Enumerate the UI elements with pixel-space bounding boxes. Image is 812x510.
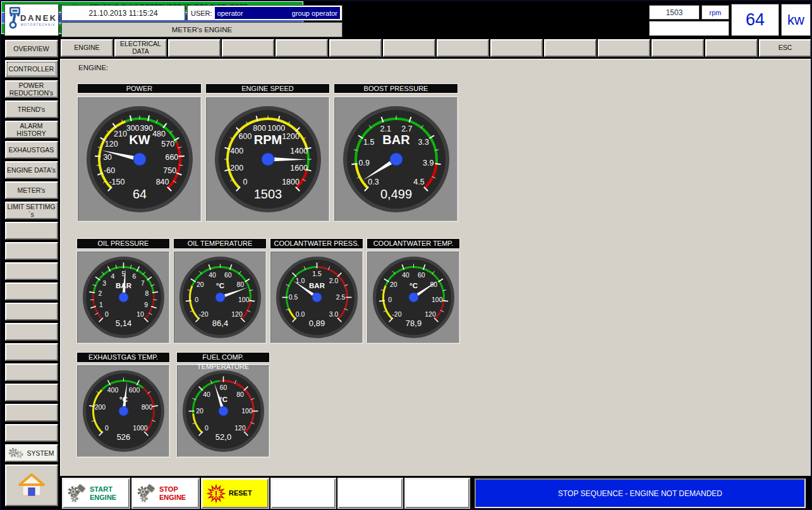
svg-text:40: 40 [203, 391, 210, 398]
svg-text:RPM: RPM [253, 133, 281, 147]
svg-text:2.5: 2.5 [336, 293, 345, 301]
rpm-unit-label: rpm [701, 5, 729, 20]
gauge-oil-temperature: OIL TEMPERATURE-20020406080100120°C86,4 [173, 238, 267, 344]
engine-gears-icon [136, 483, 157, 504]
svg-text:1.5: 1.5 [312, 270, 322, 277]
svg-text:BAR: BAR [309, 282, 325, 289]
sidebar-item-empty [5, 242, 58, 260]
piston-logo-icon: DANEK MOTORTECHNIK [7, 6, 56, 35]
gauge-engine-speed: ENGINE SPEED0200400600800100012001400160… [205, 83, 330, 222]
tab-empty [383, 39, 435, 57]
sidebar-item-label: LIMIT SETTIMG´s [6, 203, 57, 218]
sidebar-item-trend-s[interactable]: TREND's [5, 100, 58, 118]
user-group: group operator [292, 9, 337, 17]
svg-text:7: 7 [140, 279, 144, 287]
svg-text:0,89: 0,89 [308, 319, 324, 328]
footer-button-label: STOP ENGINE [159, 485, 196, 501]
svg-text:3.9: 3.9 [422, 159, 433, 167]
svg-text:660: 660 [165, 153, 178, 162]
sequence-status-bar: STOP SEQUENCE - ENGINE NOT DEMANDED [475, 478, 806, 508]
sidebar-item-label: SYSTEM [27, 449, 54, 457]
gauge-row-bottom: EXHAUSTGAS TEMP.02004006008001000°C526FU… [76, 352, 270, 458]
sidebar-item-label: ENGINE DATA's [7, 166, 56, 174]
rpm-value: 1503 [649, 5, 700, 20]
gauge-dial: 012345678910BAR5,14 [76, 251, 170, 344]
stop-engine-button[interactable]: STOP ENGINE [132, 478, 199, 508]
tab-esc[interactable]: ESC [759, 39, 811, 57]
main-panel: ENGINE: POWER-150-6030120210300390480570… [60, 59, 812, 476]
gauge-fuel-comp-temperature: FUEL COMP. TEMPERATURE020406080100120°C5… [176, 352, 270, 458]
sidebar-item-label: METER's [17, 186, 45, 194]
sidebar-item-label: POWER REDUCTION's [6, 82, 57, 97]
footer-button-label: RESET [229, 489, 265, 497]
home-button[interactable] [5, 464, 58, 506]
svg-text:1600: 1600 [290, 164, 308, 173]
svg-text:3: 3 [102, 279, 106, 287]
svg-text:°C: °C [216, 282, 224, 289]
svg-text:4: 4 [111, 272, 114, 280]
svg-text:0: 0 [388, 296, 392, 303]
gears-icon [8, 446, 25, 460]
svg-text:DANEK: DANEK [20, 13, 56, 23]
gauge-dial: 0.30.91.52.12.73.33.94.5BAR0,499 [334, 97, 458, 222]
svg-text:1800: 1800 [282, 178, 300, 186]
kw-unit-label: kw [781, 4, 811, 36]
start-engine-button[interactable]: START ENGINE [63, 478, 130, 508]
gauge-dial: 020406080100120°C52,0 [176, 365, 270, 458]
svg-text:120: 120 [104, 140, 118, 149]
sidebar-item-power-reduction-s[interactable]: POWER REDUCTION's [5, 80, 58, 98]
tab-engine[interactable]: ENGINE [61, 39, 113, 57]
gauge-coolantwater-press: COOLANTWATER PRESS.0.00.51.01.52.02.53.0… [270, 238, 363, 344]
sidebar-item-system[interactable]: SYSTEM [5, 444, 58, 462]
svg-text:0.3: 0.3 [368, 178, 379, 186]
sidebar-item-controller[interactable]: CONTROLLER [5, 60, 58, 78]
svg-text:KW: KW [129, 133, 150, 147]
engine-gears-icon [66, 483, 88, 504]
header-empty-box [649, 21, 729, 36]
gauge-title: FUEL COMP. TEMPERATURE [176, 352, 270, 363]
svg-text:60: 60 [224, 271, 232, 279]
sidebar-item-label: OVERVIEW [13, 45, 49, 52]
user-field[interactable]: operator group operator [215, 7, 340, 19]
gauge-title: EXHAUSTGAS TEMP. [76, 352, 170, 363]
sidebar-item-limit-settimg-s[interactable]: LIMIT SETTIMG´s [5, 202, 58, 219]
svg-text:800: 800 [141, 403, 152, 411]
gauge-title: ENGINE SPEED [205, 83, 330, 94]
reset-button[interactable]: !RESET [202, 478, 269, 508]
sidebar-item-alarm-history[interactable]: ALARM HISTORY [5, 121, 58, 138]
svg-text:390: 390 [140, 124, 153, 133]
tab-bar: ENGINEELECTRICAL DATAESC [60, 38, 812, 58]
gauge-dial: 0.00.51.01.52.02.53.0BAR0,89 [270, 251, 363, 344]
sidebar-item-overview[interactable]: OVERVIEW [5, 40, 58, 58]
section-label: ENGINE: [78, 64, 108, 71]
danek-logo: DANEK MOTORTECHNIK [4, 4, 59, 36]
gauge-title: OIL TEMPERATURE [173, 238, 267, 249]
svg-text:120: 120 [425, 310, 436, 318]
tab-electrical-data[interactable]: ELECTRICAL DATA [114, 39, 167, 57]
sidebar-item-meter-s[interactable]: METER's [5, 181, 58, 199]
svg-text:0: 0 [195, 296, 198, 303]
svg-text:20: 20 [389, 281, 397, 288]
svg-text:8: 8 [145, 289, 148, 297]
svg-text:1503: 1503 [253, 187, 282, 201]
svg-text:3.3: 3.3 [418, 138, 428, 147]
gauge-row-large: POWER-150-603012021030039048057066075084… [77, 83, 458, 222]
sidebar-item-exhaustgas[interactable]: EXHAUSTGAS [5, 141, 58, 159]
sidebar-item-empty [5, 262, 58, 280]
svg-text:0: 0 [105, 424, 109, 432]
datetime-display: 21.10.2013 11:15:24 [61, 5, 185, 21]
home-icon [17, 472, 46, 499]
svg-text:200: 200 [230, 164, 243, 173]
gauge-dial: -150-6030120210300390480570660750840KW64 [77, 97, 202, 222]
svg-text:100: 100 [238, 296, 249, 303]
gauge-row-medium: OIL PRESSURE012345678910BAR5,14OIL TEMPE… [76, 238, 460, 344]
sidebar-item-engine-data-s[interactable]: ENGINE DATA's [5, 161, 58, 179]
tab-empty [168, 39, 221, 57]
svg-text:100: 100 [431, 296, 442, 303]
svg-text:80: 80 [236, 391, 244, 398]
svg-text:400: 400 [107, 386, 118, 394]
hmi-window: DANEK MOTORTECHNIK 21.10.2013 11:15:24 U… [0, 0, 812, 510]
svg-text:300: 300 [126, 124, 139, 133]
gauge-title: COOLANTWATER TEMP. [367, 238, 460, 249]
sidebar-item-empty [5, 323, 58, 341]
